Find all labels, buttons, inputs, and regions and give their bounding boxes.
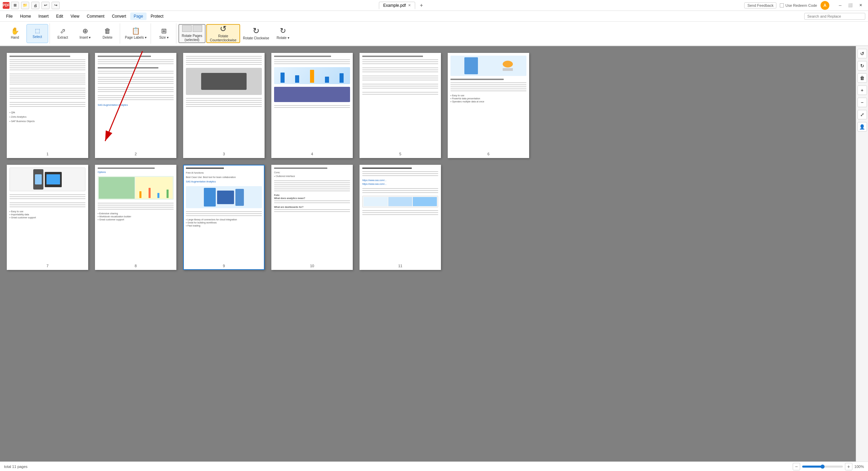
page-number-10: 10 bbox=[272, 262, 352, 269]
send-feedback-button[interactable]: Send Feedback bbox=[744, 2, 776, 8]
side-rotate2-icon[interactable]: ↻ bbox=[857, 61, 867, 71]
select-label: Select bbox=[33, 35, 42, 39]
status-bar: total 11 pages − + 100% bbox=[0, 462, 868, 471]
page-thumb-2[interactable]: SAG Augmentation Analytics 2 bbox=[95, 53, 176, 158]
delete-button[interactable]: 🗑 Delete bbox=[97, 24, 118, 43]
rotate-pages-selected-button[interactable]: Rotate Pages(selected) bbox=[178, 24, 206, 43]
menu-convert[interactable]: Convert bbox=[109, 13, 130, 20]
delete-icon: 🗑 bbox=[104, 27, 111, 34]
toolbar-labels-group: 📋 Page Labels ▾ bbox=[121, 23, 151, 44]
page-number-7: 7 bbox=[7, 262, 88, 269]
side-person-icon[interactable]: 👤 bbox=[857, 122, 867, 132]
toolbar-rotate-group: Rotate Pages(selected) ↺ Rotate Counterc… bbox=[177, 23, 295, 44]
rotate-cw-label: Rotate Clockwise bbox=[243, 36, 269, 40]
maximize-button[interactable]: ⬜ bbox=[846, 2, 855, 9]
toolbar-cursor-group: ✋ Hand ⬚ Select bbox=[3, 23, 50, 44]
page-labels-icon: 📋 bbox=[132, 27, 140, 34]
page-thumb-8[interactable]: Options bbox=[95, 165, 176, 270]
page-thumb-10[interactable]: Cons: • Cluttered interface Folic What d… bbox=[271, 165, 353, 270]
page-content-3 bbox=[184, 54, 264, 151]
page-thumb-5[interactable]: 5 bbox=[360, 53, 441, 158]
select-icon: ⬚ bbox=[35, 28, 40, 34]
title-bar-left: PDF ⊞ 📁 🖨 ↩ ↪ bbox=[3, 2, 60, 9]
page-thumb-11[interactable]: https://www.sas.com/... https://www.sas.… bbox=[360, 165, 441, 270]
add-tab-button[interactable]: + bbox=[418, 2, 425, 9]
menu-insert[interactable]: Insert bbox=[35, 13, 52, 20]
insert-button[interactable]: ⊕ Insert ▾ bbox=[74, 24, 96, 43]
side-trash-icon[interactable]: 🗑 bbox=[857, 73, 867, 83]
extract-button[interactable]: ⬀ Extract bbox=[52, 24, 74, 43]
hand-tool-button[interactable]: ✋ Hand bbox=[4, 24, 26, 43]
title-bar-icons: ⊞ 📁 🖨 ↩ ↪ bbox=[11, 2, 60, 9]
redo-icon[interactable]: ↪ bbox=[52, 2, 60, 9]
side-rotate-icon[interactable]: ↺ bbox=[857, 49, 867, 58]
user-avatar[interactable]: A bbox=[821, 1, 829, 10]
page-number-4: 4 bbox=[272, 151, 352, 157]
menu-home[interactable]: Home bbox=[17, 13, 34, 20]
page-content-11: https://www.sas.com/... https://www.sas.… bbox=[360, 165, 440, 262]
minimize-button[interactable]: ─ bbox=[835, 2, 845, 9]
insert-icon: ⊕ bbox=[82, 27, 88, 34]
rotate-cw-icon: ↻ bbox=[253, 27, 259, 35]
file-tab-active[interactable]: Example.pdf ✕ bbox=[379, 2, 415, 9]
menu-comment[interactable]: Comment bbox=[83, 13, 108, 20]
page-content-2: SAG Augmentation Analytics bbox=[96, 54, 176, 151]
search-input[interactable] bbox=[804, 13, 865, 20]
new-file-icon[interactable]: ⊞ bbox=[11, 2, 19, 9]
rotate-ccw-icon: ↺ bbox=[220, 25, 227, 33]
open-file-icon[interactable]: 📁 bbox=[21, 2, 29, 9]
page-number-8: 8 bbox=[96, 262, 176, 269]
insert-label: Insert ▾ bbox=[80, 36, 91, 40]
page-thumb-6[interactable]: • Easy to use • Powerful data presentati… bbox=[448, 53, 529, 158]
side-zoom-out-icon[interactable]: − bbox=[857, 98, 867, 107]
zoom-bar[interactable] bbox=[802, 466, 843, 468]
rotate-clockwise-button[interactable]: ↻ Rotate Clockwise bbox=[241, 24, 271, 43]
page-labels-button[interactable]: 📋 Page Labels ▾ bbox=[122, 24, 149, 43]
page-thumb-1[interactable]: • Qlik • Zoho Analytics • SAP Business O… bbox=[7, 53, 88, 158]
zoom-in-button[interactable]: + bbox=[845, 463, 852, 470]
menu-file[interactable]: File bbox=[3, 13, 16, 20]
redeem-code-label: Use Redeem Code bbox=[785, 3, 817, 7]
rotate-counterclockwise-button[interactable]: ↺ Rotate Counterclockwise bbox=[206, 24, 240, 43]
menu-bar: File Home Insert Edit View Comment Conve… bbox=[0, 11, 868, 22]
delete-label: Delete bbox=[103, 36, 113, 40]
page-content-7: • Easy to use • Importability data • Gre… bbox=[7, 165, 88, 262]
page-thumb-4[interactable]: 4 bbox=[271, 53, 353, 158]
zoom-controls: − + 100% bbox=[793, 463, 864, 470]
search-area bbox=[804, 13, 865, 20]
title-bar-center: Example.pdf ✕ + bbox=[60, 2, 744, 9]
page-number-6: 6 bbox=[448, 151, 528, 157]
window-controls: ─ ⬜ ✕ bbox=[835, 2, 865, 9]
rotate-icon: ↻ bbox=[280, 27, 286, 35]
menu-page[interactable]: Page bbox=[130, 13, 147, 20]
menu-protect[interactable]: Protect bbox=[147, 13, 167, 20]
print-icon[interactable]: 🖨 bbox=[31, 2, 39, 9]
side-expand-icon[interactable]: ⤢ bbox=[857, 110, 867, 119]
extract-icon: ⬀ bbox=[60, 27, 66, 34]
extract-label: Extract bbox=[57, 36, 68, 40]
close-button[interactable]: ✕ bbox=[856, 2, 865, 9]
title-bar-right: Send Feedback Use Redeem Code A ─ ⬜ ✕ bbox=[744, 1, 865, 10]
side-panel: ↺ ↻ 🗑 + − ⤢ 👤 bbox=[856, 46, 868, 462]
redeem-checkbox[interactable] bbox=[780, 3, 784, 7]
rotate-pages-label: Rotate Pages(selected) bbox=[182, 34, 202, 42]
page-number-3: 3 bbox=[184, 151, 264, 157]
menu-view[interactable]: View bbox=[67, 13, 83, 20]
tab-close-button[interactable]: ✕ bbox=[408, 3, 411, 7]
rotate-dropdown-button[interactable]: ↻ Rotate ▾ bbox=[272, 24, 294, 43]
menu-edit[interactable]: Edit bbox=[53, 13, 66, 20]
page-number-11: 11 bbox=[360, 262, 440, 269]
page-thumb-7[interactable]: • Easy to use • Importability data • Gre… bbox=[7, 165, 88, 270]
select-tool-button[interactable]: ⬚ Select bbox=[26, 24, 48, 43]
page-thumb-9[interactable]: Free AI functions Best Case Use: Best to… bbox=[183, 165, 265, 270]
undo-icon[interactable]: ↩ bbox=[41, 2, 50, 9]
app-logo: PDF bbox=[3, 2, 9, 9]
side-zoom-in-icon[interactable]: + bbox=[857, 85, 867, 95]
page-content-9: Free AI functions Best Case Use: Best to… bbox=[184, 165, 264, 262]
canvas-area[interactable]: • Qlik • Zoho Analytics • SAP Business O… bbox=[0, 46, 856, 462]
zoom-out-button[interactable]: − bbox=[793, 463, 800, 470]
content-area: • Qlik • Zoho Analytics • SAP Business O… bbox=[0, 46, 868, 462]
zoom-fill bbox=[802, 466, 823, 468]
size-button[interactable]: ⊞ Size ▾ bbox=[153, 24, 175, 43]
page-thumb-3[interactable]: 3 bbox=[183, 53, 265, 158]
